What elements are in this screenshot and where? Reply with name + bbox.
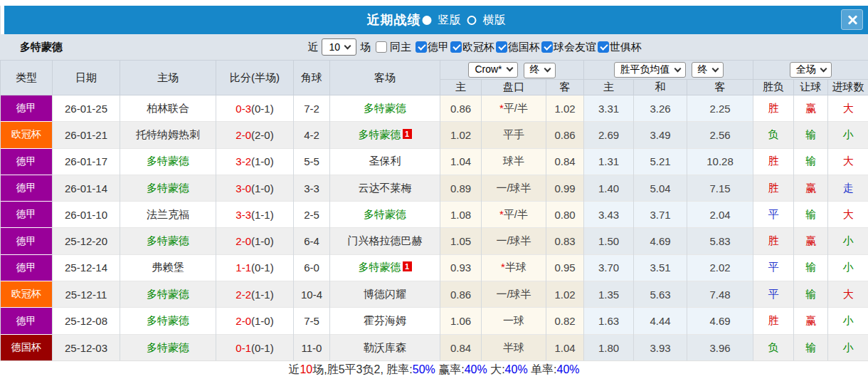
filter-checkbox-球会友谊[interactable]: 球会友谊 <box>541 41 596 54</box>
result-goals: 小 <box>828 334 868 360</box>
col-header-home: 主场 <box>120 61 216 95</box>
competition-type-badge: 德甲 <box>1 202 53 228</box>
mean-home-value: 3.70 <box>584 254 634 281</box>
home-team-cell: 多特蒙德 <box>120 175 216 201</box>
col-header-away: 客场 <box>330 61 440 95</box>
competition-type-badge: 德甲 <box>1 308 53 334</box>
odds-home-value: 1.02 <box>440 122 482 148</box>
mean-draw-value: 5.21 <box>634 148 687 175</box>
mean-time-select[interactable]: 终 <box>692 62 724 78</box>
away-team-cell: 门兴格拉德巴赫 <box>330 228 440 254</box>
corner-count: 2-5 <box>294 202 330 228</box>
sub-header-odds-away: 客 <box>546 80 584 95</box>
match-date: 25-12-08 <box>53 308 120 334</box>
match-count-select[interactable]: 10 <box>322 38 356 56</box>
result-handicap: 赢 <box>794 95 828 122</box>
mean-home-value: 3.31 <box>584 95 634 122</box>
odds-away-value: 0.84 <box>546 148 584 175</box>
competition-type-badge: 德甲 <box>1 228 53 254</box>
checkbox-label: 欧冠杯 <box>462 41 494 54</box>
home-team: 弗赖堡 <box>152 261 184 273</box>
result-goals: 大 <box>828 95 868 122</box>
odds-source-select[interactable]: Crow* <box>468 62 517 78</box>
result-handicap: 输 <box>794 281 828 308</box>
filter-checkbox-德国杯[interactable]: 德国杯 <box>496 41 540 54</box>
home-team-cell: 多特蒙德 <box>120 308 216 334</box>
fulltime-score: 2-0 <box>235 315 251 327</box>
match-date: 25-12-03 <box>53 334 120 360</box>
checkbox-label: 德国杯 <box>508 41 540 54</box>
top-margin <box>0 0 868 6</box>
away-team: 门兴格拉德巴赫 <box>348 234 423 246</box>
odds-time-select[interactable]: 终 <box>524 63 556 78</box>
corner-count: 3-3 <box>294 175 330 201</box>
filter-checkbox-欧冠杯[interactable]: 欧冠杯 <box>450 41 494 54</box>
mean-home-value: 1.80 <box>584 334 634 360</box>
result-winlose: 胜 <box>753 308 794 334</box>
handicap-value: 一/球半 <box>482 228 546 254</box>
sub-header-handicap-result: 让球 <box>794 80 828 95</box>
radio-horizontal-layout-label[interactable]: 横版 <box>483 13 506 28</box>
radio-horizontal-layout-icon[interactable] <box>467 16 477 25</box>
odds-home-value: 0.84 <box>440 334 482 360</box>
summary-segment: 50% <box>413 363 435 375</box>
away-team-cell: 多特蒙德 <box>330 202 440 228</box>
radio-vertical-layout-icon[interactable] <box>423 16 432 25</box>
close-button[interactable] <box>841 9 863 30</box>
odds-away-value: 0.95 <box>546 254 584 281</box>
summary-segment: 近 <box>288 363 300 375</box>
result-handicap: 输 <box>794 334 828 360</box>
mean-home-value: 3.43 <box>584 202 634 228</box>
result-goals: 大 <box>828 148 868 175</box>
odds-home-value: 0.86 <box>440 95 482 122</box>
filter-checkbox-德甲[interactable]: 德甲 <box>416 41 449 54</box>
summary-segment: 40% <box>557 363 580 375</box>
mean-draw-value: 4.44 <box>634 308 687 334</box>
result-handicap: 赢 <box>794 308 828 334</box>
filter-checkbox-同主[interactable]: 同主 <box>376 41 411 54</box>
odds-source-value: Crow* <box>475 63 502 75</box>
match-date: 26-01-14 <box>53 175 120 201</box>
mean-draw-value: 5.04 <box>634 175 687 201</box>
away-team: 多特蒙德 <box>364 208 406 220</box>
table-row: 欧冠杯 26-01-21 托特纳姆热刺 2-0(2-0) 4-2 多特蒙德1 1… <box>1 122 868 148</box>
mean-away-value: 2.04 <box>687 202 753 228</box>
col-header-type: 类型 <box>1 61 53 95</box>
mean-home-value: 1.50 <box>584 228 634 254</box>
result-handicap: 输 <box>794 254 828 281</box>
checkbox-checked-icon <box>450 41 462 53</box>
table-row: 德甲 26-01-25 柏林联合 0-3(0-1) 7-2 多特蒙德 0.86 … <box>1 95 868 122</box>
home-team-cell: 托特纳姆热刺 <box>120 122 216 148</box>
corner-count: 6-0 <box>294 254 330 281</box>
mean-time-value: 终 <box>698 63 708 76</box>
filter-checkbox-世俱杯[interactable]: 世俱杯 <box>598 41 642 54</box>
result-winlose: 胜 <box>753 175 794 201</box>
mean-draw-value: 3.49 <box>634 122 687 148</box>
summary-segment: 赢率: <box>435 363 465 375</box>
result-handicap: 赢 <box>794 228 828 254</box>
halftime-score: (2-0) <box>251 129 274 141</box>
mean-draw-value: 3.71 <box>634 202 687 228</box>
mean-source-select[interactable]: 胜平负均值 <box>614 62 686 78</box>
away-team-cell: 多特蒙德1 <box>330 122 440 148</box>
radio-vertical-layout-label[interactable]: 竖版 <box>438 13 461 28</box>
odds-home-value: 0.86 <box>440 281 482 308</box>
halftime-score: (0-1) <box>251 342 274 354</box>
result-winlose: 平 <box>753 281 794 308</box>
result-goals: 走 <box>828 175 868 201</box>
home-team: 多特蒙德 <box>147 182 189 194</box>
competition-type-badge: 德国杯 <box>1 334 53 360</box>
handicap-value: *平/半 <box>482 95 546 122</box>
home-team: 多特蒙德 <box>147 341 189 353</box>
goals-scope-select[interactable]: 全场 <box>790 62 832 78</box>
halftime-score: (1-0) <box>251 182 274 194</box>
mean-draw-value: 3.26 <box>634 95 687 122</box>
away-team: 博德闪耀 <box>364 288 406 300</box>
corner-count: 4-2 <box>294 122 330 148</box>
odds-away-value: 0.80 <box>546 202 584 228</box>
odds-home-value: 1.08 <box>440 202 482 228</box>
away-team-cell: 圣保利 <box>330 148 440 175</box>
odds-time-value: 终 <box>530 63 540 76</box>
star-marker: * <box>501 261 505 273</box>
fulltime-score: 3-3 <box>235 209 251 221</box>
